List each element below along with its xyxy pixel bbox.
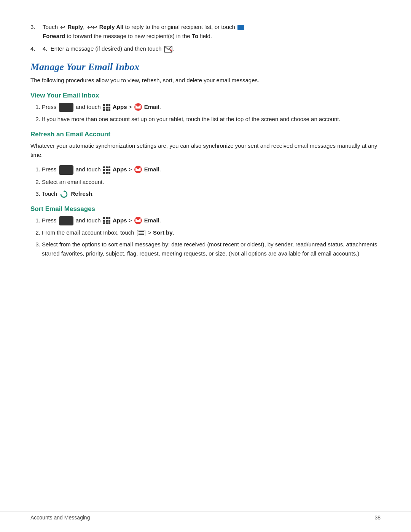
email-icon-2	[134, 166, 142, 173]
menu-icon	[137, 230, 145, 236]
page-content: 3. Touch ↩ Reply, ↩↩ Reply All to reply …	[0, 0, 411, 292]
refresh-steps: Press and touch Apps > Email. Select an …	[42, 165, 381, 198]
svg-marker-2	[64, 190, 65, 192]
step-4: 4. 4. Enter a message (if desired) and t…	[30, 45, 381, 53]
apps-label-1: Apps	[113, 104, 127, 110]
email-label-1: Email	[144, 104, 159, 110]
replyall-icon: ↩↩	[87, 23, 97, 32]
reply-icon: ↩	[60, 23, 65, 32]
view-step-1: Press and touch Apps > Email.	[42, 102, 381, 112]
home-button-2	[59, 165, 73, 175]
main-heading: Manage Your Email Inbox	[30, 61, 381, 73]
to-field-label: To	[192, 33, 198, 39]
menu-lines	[139, 231, 144, 235]
manage-description: The following procedures allow you to vi…	[30, 76, 381, 85]
email-label-3: Email	[144, 217, 159, 224]
apps-label-2: Apps	[113, 166, 127, 173]
forward-label: Forward	[43, 33, 65, 39]
view-inbox-heading: View Your Email Inbox	[30, 92, 381, 99]
refresh-step-3: Touch Refresh.	[42, 189, 381, 198]
home-button-1	[59, 103, 73, 112]
step-3-content: Touch ↩ Reply, ↩↩ Reply All to reply to …	[43, 23, 381, 41]
refresh-description: Whatever your automatic synchronization …	[30, 141, 381, 160]
email-icon-1	[134, 103, 142, 111]
footer: Accounts and Messaging 38	[0, 511, 411, 521]
email-label-2: Email	[144, 166, 159, 173]
menu-line-3	[139, 234, 144, 235]
menu-line-1	[139, 231, 144, 232]
step-4-content: 4. Enter a message (if desired) and then…	[43, 45, 381, 53]
apps-label-3: Apps	[113, 217, 127, 224]
sort-heading: Sort Email Messages	[30, 205, 381, 213]
footer-left: Accounts and Messaging	[30, 514, 90, 521]
replyall-label: Reply All	[99, 24, 124, 30]
intro-steps: 3. Touch ↩ Reply, ↩↩ Reply All to reply …	[30, 23, 381, 53]
apps-grid-icon-3	[103, 217, 110, 224]
menu-line-2	[139, 233, 144, 233]
reply-label: Reply	[67, 24, 83, 30]
send-icon	[164, 46, 172, 53]
footer-right: 38	[374, 514, 381, 521]
refresh-step-2: Select an email account.	[42, 177, 381, 187]
refresh-step-1: Press and touch Apps > Email.	[42, 165, 381, 174]
step-3: 3. Touch ↩ Reply, ↩↩ Reply All to reply …	[30, 23, 381, 41]
view-inbox-steps: Press and touch Apps > Email. If you hav…	[42, 102, 381, 124]
email-icon-3	[134, 217, 142, 224]
home-button-3	[59, 216, 73, 226]
refresh-heading: Refresh an Email Account	[30, 131, 381, 138]
apps-grid-icon-2	[103, 166, 110, 174]
sort-step-2: From the email account Inbox, touch > So…	[42, 228, 381, 237]
sort-step-1: Press and touch Apps > Email.	[42, 216, 381, 225]
refresh-circle-icon	[60, 190, 68, 198]
forward-icon	[237, 25, 244, 30]
view-step-2: If you have more than one account set up…	[42, 115, 381, 124]
sort-by-label: Sort by	[153, 229, 173, 236]
step-4-num: 4.	[30, 45, 43, 53]
sort-steps: Press and touch Apps > Email. From the e…	[42, 216, 381, 258]
refresh-label: Refresh	[71, 190, 92, 197]
apps-grid-icon-1	[103, 104, 110, 111]
step-3-num: 3.	[30, 23, 43, 32]
sort-step-3: Select from the options to sort email me…	[42, 240, 381, 258]
